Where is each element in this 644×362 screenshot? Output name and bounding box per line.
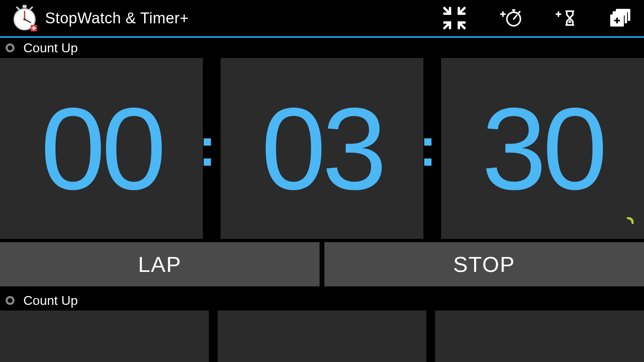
radio-icon — [6, 296, 14, 305]
add-hourglass-icon[interactable] — [554, 6, 577, 30]
timer-display-2 — [0, 311, 644, 362]
hours-panel-2[interactable] — [0, 311, 209, 362]
app-bar: StopWatch & Timer+ — [0, 0, 644, 38]
svg-line-16 — [514, 15, 517, 19]
lap-button[interactable]: LAP — [0, 242, 320, 286]
section-label: Count Up — [23, 293, 78, 308]
collapse-icon[interactable] — [443, 6, 466, 30]
app-bar-actions — [443, 6, 633, 30]
add-stopwatch-icon[interactable] — [498, 6, 522, 30]
seconds-value: 30 — [482, 90, 604, 207]
seconds-panel[interactable]: 30 — [441, 58, 644, 239]
buttons-row: LAP STOP — [0, 239, 644, 286]
minutes-value: 03 — [261, 90, 383, 207]
section-header-2[interactable]: Count Up — [0, 290, 644, 311]
add-tab-icon[interactable] — [609, 6, 633, 30]
svg-line-1 — [17, 7, 19, 10]
app-bar-left: StopWatch & Timer+ — [11, 5, 189, 31]
hours-value: 00 — [41, 90, 163, 207]
stop-button[interactable]: STOP — [324, 242, 644, 286]
hours-panel[interactable]: 00 — [0, 58, 203, 239]
timer-display: 00 03 30 — [0, 58, 644, 239]
svg-rect-0 — [23, 5, 27, 8]
svg-line-2 — [30, 7, 32, 10]
svg-line-15 — [518, 12, 520, 13]
app-logo-icon[interactable] — [11, 5, 38, 31]
minutes-panel[interactable]: 03 — [221, 58, 423, 239]
app-title: StopWatch & Timer+ — [45, 10, 189, 27]
spinner-icon — [622, 217, 634, 228]
section-header-1[interactable]: Count Up — [0, 38, 644, 58]
radio-icon — [6, 43, 14, 52]
svg-rect-14 — [512, 9, 515, 11]
section-label: Count Up — [23, 41, 78, 56]
seconds-panel-2[interactable] — [435, 311, 644, 362]
minutes-panel-2[interactable] — [218, 311, 427, 362]
